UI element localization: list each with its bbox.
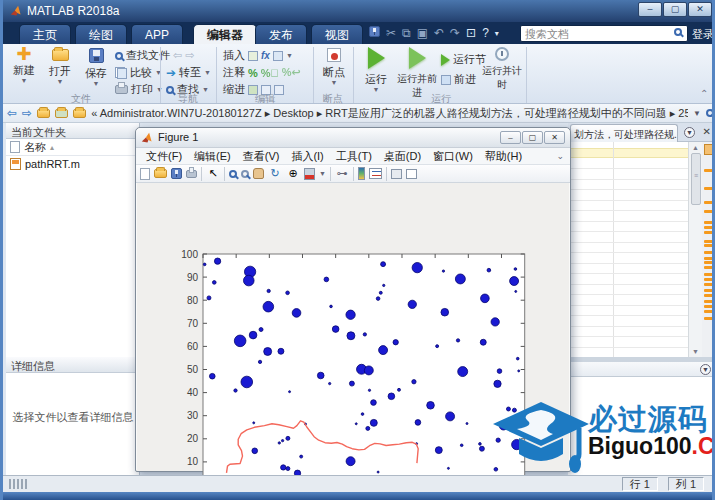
warning-marker[interactable] — [704, 231, 713, 234]
breadcrumb[interactable]: « Administrator.WIN7U-20180127Z ▸ Deskto… — [91, 106, 688, 121]
figure-maximize-button[interactable]: ▢ — [522, 131, 543, 144]
search-icon[interactable] — [674, 28, 682, 36]
run-advance-button[interactable]: 运行并前进 — [396, 46, 438, 91]
figure-menu-查[interactable]: 查看(V) — [237, 149, 286, 164]
link-plots-icon[interactable]: ⊶ — [335, 167, 349, 180]
warning-marker[interactable] — [704, 169, 713, 172]
warning-marker[interactable] — [704, 240, 713, 243]
rrt-plot[interactable]: 0102030405060708090010203040506070809010… — [164, 246, 544, 500]
new-figure-icon[interactable] — [140, 168, 150, 180]
ribbon-tab-主页[interactable]: 主页 — [19, 24, 71, 44]
wrap-comment-icon[interactable]: %↩ — [282, 66, 301, 79]
paste-icon[interactable]: ▣ — [417, 26, 428, 40]
save-figure-icon[interactable] — [171, 168, 182, 179]
insert-row[interactable]: 插入 fx ▼ — [223, 48, 293, 63]
editor-tab[interactable]: 划方法，可处理路径规... — [570, 124, 678, 142]
figure-minimize-button[interactable]: – — [500, 131, 521, 144]
switch-window-icon[interactable]: ⊡ — [466, 26, 476, 40]
figure-title-bar[interactable]: Figure 1 – ▢ ✕ — [136, 128, 570, 148]
current-folder-header[interactable]: 当前文件夹 — [6, 123, 139, 139]
ribbon-tab-编辑器[interactable]: 编辑器 — [193, 24, 257, 44]
browse-folder-icon[interactable] — [55, 109, 68, 118]
figure-menu-插[interactable]: 插入(I) — [285, 149, 329, 164]
address-search-icon[interactable] — [706, 109, 714, 117]
brush-dropdown-icon[interactable]: ▼ — [319, 170, 326, 177]
insert-legend-icon[interactable] — [369, 168, 382, 179]
lower-pane-actions-icon[interactable]: ▼ — [700, 364, 711, 375]
scrollbar-thumb[interactable] — [691, 153, 701, 205]
save-button[interactable]: 保存▼ — [79, 46, 113, 91]
show-plot-tools-icon[interactable] — [406, 169, 417, 179]
warning-marker[interactable] — [704, 310, 713, 313]
print-figure-icon[interactable] — [186, 170, 197, 178]
ribbon-tab-绘图[interactable]: 绘图 — [75, 24, 127, 44]
copy-icon[interactable]: ⧉ — [402, 26, 411, 40]
warning-marker[interactable] — [704, 187, 713, 190]
editor-content[interactable] — [568, 142, 688, 357]
ribbon-collapse-icon[interactable]: ⌃ — [700, 88, 708, 99]
pointer-tool-icon[interactable]: ↖ — [206, 167, 220, 180]
figure-menu-编[interactable]: 编辑(E) — [188, 149, 237, 164]
zoom-in-icon[interactable] — [229, 170, 237, 178]
warning-marker[interactable] — [704, 261, 713, 264]
minimize-button[interactable]: – — [638, 2, 662, 17]
insert-colorbar-icon[interactable] — [358, 167, 365, 180]
run-time-button[interactable]: 运行并计时 — [481, 46, 523, 91]
login-button[interactable]: 登录 — [692, 27, 714, 42]
insert-image-icon[interactable] — [273, 51, 283, 61]
comment-row[interactable]: 注释 % %⃠ %↩ — [223, 65, 301, 80]
panel-grip-icon[interactable] — [9, 479, 27, 489]
warning-marker[interactable] — [704, 266, 713, 269]
new-button[interactable]: ✚ 新建▼ — [7, 46, 41, 91]
hide-plot-tools-icon[interactable] — [391, 169, 402, 179]
editor-actions-icon[interactable]: ▼ — [684, 127, 695, 138]
ribbon-tab-视图[interactable]: 视图 — [311, 24, 363, 44]
figure-menu-文[interactable]: 文件(F) — [140, 149, 188, 164]
pan-tool-icon[interactable] — [253, 168, 264, 179]
run-section-button[interactable]: 运行节 — [441, 52, 486, 67]
breakpoints-button[interactable]: 断点▼ — [318, 46, 350, 91]
close-button[interactable]: ✕ — [688, 2, 712, 17]
uncomment-icon[interactable]: %⃠ — [261, 67, 279, 79]
advance-button[interactable]: 前进 — [441, 72, 476, 87]
figure-menu-帮[interactable]: 帮助(H) — [479, 149, 528, 164]
warning-marker[interactable] — [704, 305, 713, 308]
editor-scrollbar[interactable]: ▲ ▼ — [688, 142, 702, 357]
find-files-button[interactable]: 查找文件 — [115, 48, 170, 63]
details-panel-header[interactable]: 详细信息 — [6, 357, 140, 373]
warning-marker[interactable] — [704, 283, 713, 286]
insert-function-icon[interactable]: fx — [261, 50, 270, 61]
editor-lower-pane-header[interactable]: ▼ — [568, 362, 715, 377]
maximize-button[interactable]: ▢ — [663, 2, 687, 17]
warning-marker[interactable] — [704, 257, 713, 260]
forward-icon[interactable]: ⇨ — [22, 106, 32, 120]
warning-marker[interactable] — [704, 251, 713, 254]
help-icon[interactable]: ? — [482, 26, 489, 40]
data-cursor-icon[interactable]: ⊕ — [286, 167, 300, 180]
editor-close-icon[interactable]: ✕ — [703, 126, 711, 137]
message-summary-icon[interactable] — [704, 144, 713, 155]
warning-marker[interactable] — [704, 289, 713, 292]
warning-marker[interactable] — [704, 221, 713, 224]
figure-close-button[interactable]: ✕ — [544, 131, 565, 144]
figure-menu-窗[interactable]: 窗口(W) — [427, 149, 479, 164]
compare-button[interactable]: 比较▼ — [115, 65, 162, 80]
warning-marker[interactable] — [704, 278, 713, 281]
ribbon-tab-APP[interactable]: APP — [131, 24, 183, 44]
warning-marker[interactable] — [704, 300, 713, 303]
indent-left-icon[interactable] — [274, 85, 284, 95]
search-input[interactable]: 搜索文档 — [520, 25, 688, 42]
back-forward-buttons[interactable]: ⇦ ⇨ — [173, 48, 194, 63]
undo-icon[interactable]: ↶ — [434, 26, 444, 40]
warning-marker[interactable] — [704, 294, 713, 297]
save-icon[interactable] — [369, 26, 380, 40]
warning-marker[interactable] — [704, 317, 713, 320]
run-button[interactable]: 运行▼ — [359, 46, 393, 91]
warning-marker[interactable] — [704, 226, 713, 229]
rotate3d-icon[interactable]: ↻ — [268, 167, 282, 180]
figure-menu-工[interactable]: 工具(T) — [330, 149, 378, 164]
zoom-out-icon[interactable] — [241, 170, 249, 178]
ribbon-tab-发布[interactable]: 发布 — [255, 24, 307, 44]
name-column-header[interactable]: 名称 ▴ — [6, 139, 139, 156]
redo-icon[interactable]: ↷ — [450, 26, 460, 40]
